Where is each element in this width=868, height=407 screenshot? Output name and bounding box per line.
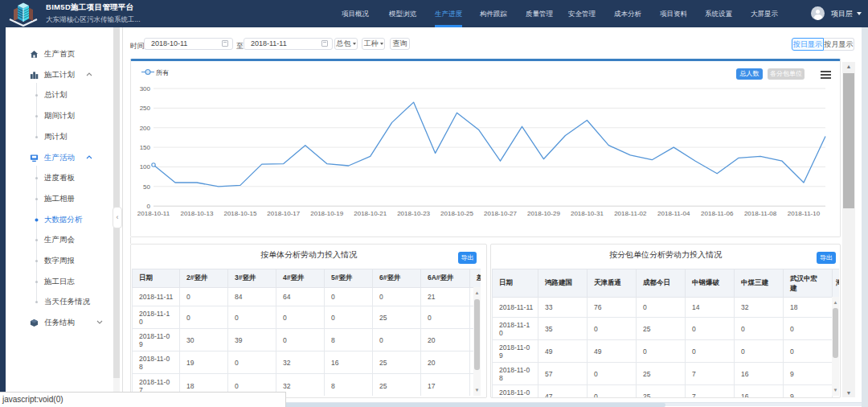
svg-text:0: 0 [147,203,151,210]
svg-text:2018-10-29: 2018-10-29 [527,210,560,217]
svg-text:100: 100 [140,163,151,171]
svg-text:250: 250 [140,105,151,112]
svg-text:50: 50 [143,183,150,191]
svg-text:2018-10-13: 2018-10-13 [180,210,213,217]
svg-text:2018-10-23: 2018-10-23 [397,210,430,217]
svg-text:150: 150 [140,144,151,151]
svg-text:2018-10-31: 2018-10-31 [571,210,604,217]
svg-text:所有: 所有 [156,69,169,76]
svg-text:2018-11-04: 2018-11-04 [657,210,690,217]
svg-text:2018-11-02: 2018-11-02 [614,210,647,217]
svg-text:2018-11-08: 2018-11-08 [744,210,777,217]
svg-text:2018-10-21: 2018-10-21 [354,210,387,217]
svg-text:300: 300 [140,85,151,92]
svg-text:2018-10-27: 2018-10-27 [484,210,517,217]
svg-text:2018-11-10: 2018-11-10 [788,210,821,217]
svg-text:2018-11-06: 2018-11-06 [701,210,734,217]
svg-text:2018-10-19: 2018-10-19 [310,210,343,217]
svg-text:2018-10-17: 2018-10-17 [267,210,300,217]
svg-text:200: 200 [140,125,151,132]
svg-text:2018-10-11: 2018-10-11 [137,210,170,217]
svg-text:2018-10-15: 2018-10-15 [223,210,256,217]
svg-text:2018-10-25: 2018-10-25 [440,210,473,217]
